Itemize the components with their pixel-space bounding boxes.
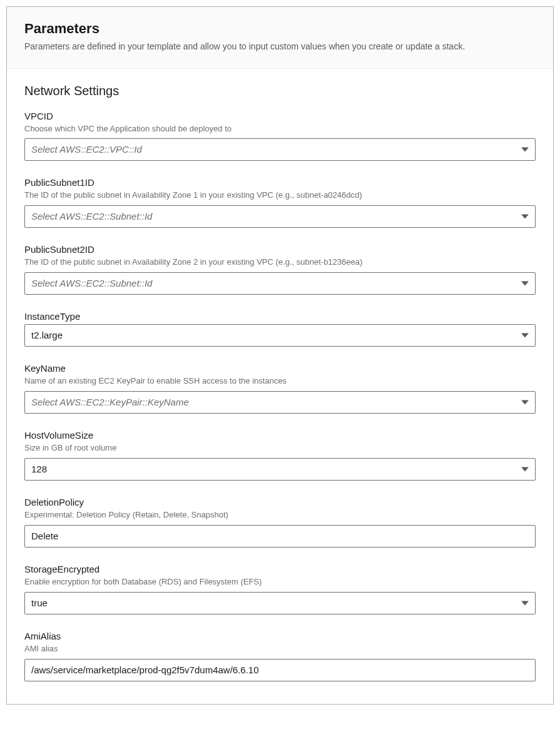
- parameters-body: Network Settings VPCID Choose which VPC …: [7, 69, 553, 704]
- publicsubnet2id-label: PublicSubnet2ID: [24, 244, 536, 255]
- deletionpolicy-field: DeletionPolicy Experimental: Deletion Po…: [24, 497, 536, 548]
- publicsubnet2id-select[interactable]: Select AWS::EC2::Subnet::Id: [24, 272, 536, 295]
- amialias-input[interactable]: [24, 659, 536, 681]
- amialias-field: AmiAlias AMI alias: [24, 631, 536, 681]
- main-title: Parameters: [24, 21, 536, 37]
- publicsubnet2id-field: PublicSubnet2ID The ID of the public sub…: [24, 244, 536, 295]
- deletionpolicy-input[interactable]: [24, 525, 536, 548]
- main-description: Parameters are defined in your template …: [24, 41, 536, 53]
- hostvolumesize-select[interactable]: 128: [24, 458, 536, 481]
- vpcid-description: Choose which VPC the Application should …: [24, 124, 536, 135]
- keyname-label: KeyName: [24, 363, 536, 374]
- instancetype-label: InstanceType: [24, 311, 536, 322]
- parameters-header: Parameters Parameters are defined in you…: [7, 7, 553, 69]
- publicsubnet1id-label: PublicSubnet1ID: [24, 177, 536, 188]
- publicsubnet1id-field: PublicSubnet1ID The ID of the public sub…: [24, 177, 536, 228]
- hostvolumesize-description: Size in GB of root volume: [24, 443, 536, 454]
- instancetype-select[interactable]: t2.large: [24, 324, 536, 347]
- hostvolumesize-label: HostVolumeSize: [24, 430, 536, 441]
- storageencrypted-description: Enable encryption for both Database (RDS…: [24, 577, 536, 588]
- storageencrypted-select[interactable]: true: [24, 592, 536, 614]
- keyname-select[interactable]: Select AWS::EC2::KeyPair::KeyName: [24, 391, 536, 414]
- parameters-container: Parameters Parameters are defined in you…: [6, 6, 554, 705]
- section-title: Network Settings: [24, 84, 536, 98]
- amialias-label: AmiAlias: [24, 631, 536, 641]
- amialias-description: AMI alias: [24, 644, 536, 655]
- instancetype-field: InstanceType t2.large: [24, 311, 536, 347]
- vpcid-field: VPCID Choose which VPC the Application s…: [24, 111, 536, 161]
- publicsubnet1id-description: The ID of the public subnet in Availabil…: [24, 190, 536, 201]
- publicsubnet2id-description: The ID of the public subnet in Availabil…: [24, 257, 536, 268]
- deletionpolicy-description: Experimental: Deletion Policy (Retain, D…: [24, 510, 536, 521]
- keyname-description: Name of an existing EC2 KeyPair to enabl…: [24, 376, 536, 387]
- deletionpolicy-label: DeletionPolicy: [24, 497, 536, 507]
- publicsubnet1id-select[interactable]: Select AWS::EC2::Subnet::Id: [24, 205, 536, 228]
- keyname-field: KeyName Name of an existing EC2 KeyPair …: [24, 363, 536, 414]
- storageencrypted-label: StorageEncrypted: [24, 564, 536, 574]
- hostvolumesize-field: HostVolumeSize Size in GB of root volume…: [24, 430, 536, 481]
- vpcid-select[interactable]: Select AWS::EC2::VPC::Id: [24, 138, 536, 161]
- storageencrypted-field: StorageEncrypted Enable encryption for b…: [24, 564, 536, 614]
- vpcid-label: VPCID: [24, 111, 536, 121]
